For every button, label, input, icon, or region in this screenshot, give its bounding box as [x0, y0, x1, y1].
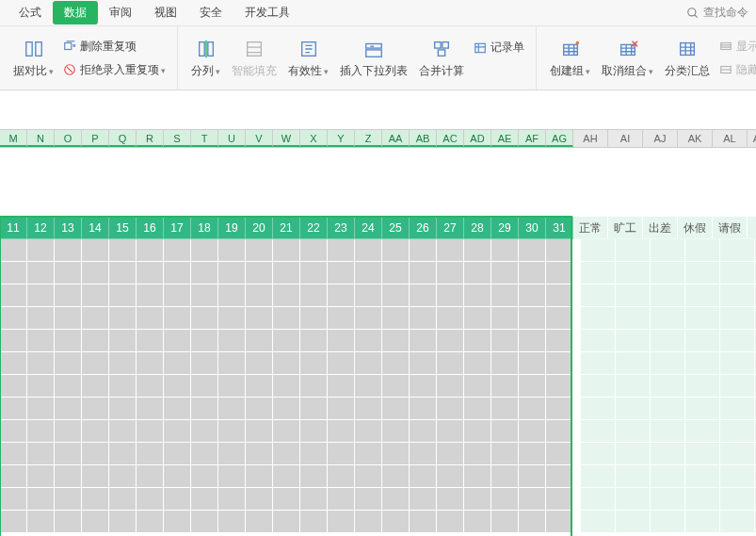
cell[interactable] [410, 284, 437, 307]
header-day-30[interactable]: 30 [519, 217, 546, 239]
cell[interactable] [651, 488, 685, 511]
cell[interactable] [218, 375, 246, 398]
cell[interactable] [328, 488, 355, 511]
col-header-AG[interactable]: AG [546, 130, 573, 147]
cell[interactable] [581, 307, 616, 330]
cell[interactable] [720, 398, 755, 420]
cell[interactable] [137, 284, 164, 307]
col-header-N[interactable]: N [27, 130, 55, 147]
cell[interactable] [616, 488, 651, 511]
cell[interactable] [109, 307, 137, 330]
cell[interactable] [109, 511, 137, 533]
cell[interactable] [218, 284, 246, 307]
cell[interactable] [437, 330, 464, 352]
cell[interactable] [720, 284, 755, 307]
header-day-21[interactable]: 21 [273, 217, 300, 239]
reject-duplicates-button[interactable]: 拒绝录入重复项 [63, 62, 166, 78]
cell[interactable] [246, 352, 273, 375]
header-day-19[interactable]: 19 [218, 217, 246, 239]
col-header-P[interactable]: P [82, 130, 109, 147]
cell[interactable] [464, 443, 491, 465]
cell[interactable] [720, 488, 755, 511]
cell[interactable] [0, 511, 27, 533]
cell[interactable] [464, 352, 491, 375]
cell[interactable] [581, 352, 616, 375]
cell[interactable] [300, 330, 328, 352]
cell[interactable] [82, 375, 109, 398]
cell[interactable] [109, 352, 137, 375]
header-day-20[interactable]: 20 [246, 217, 273, 239]
cell[interactable] [616, 239, 651, 262]
cell[interactable] [546, 488, 573, 511]
cell[interactable] [437, 443, 464, 465]
cell[interactable] [0, 262, 27, 284]
col-header-AD[interactable]: AD [464, 130, 491, 147]
cell[interactable] [137, 352, 164, 375]
col-header-AF[interactable]: AF [519, 130, 546, 147]
cell[interactable] [382, 488, 410, 511]
cell[interactable] [382, 352, 410, 375]
cell[interactable] [109, 443, 137, 465]
cell[interactable] [616, 330, 651, 352]
cell[interactable] [300, 465, 328, 488]
cell[interactable] [410, 488, 437, 511]
cell[interactable] [328, 284, 355, 307]
cell[interactable] [519, 262, 546, 284]
cell[interactable] [464, 284, 491, 307]
cell[interactable] [581, 465, 616, 488]
cell[interactable] [246, 284, 273, 307]
header-day-11[interactable]: 11 [0, 217, 27, 239]
cell[interactable] [355, 375, 382, 398]
cell[interactable] [720, 262, 755, 284]
cell[interactable] [273, 284, 300, 307]
header-day-13[interactable]: 13 [55, 217, 82, 239]
cell[interactable] [685, 284, 720, 307]
cell[interactable] [491, 420, 519, 443]
cell[interactable] [27, 398, 55, 420]
cell[interactable] [0, 239, 27, 262]
cell[interactable] [218, 488, 246, 511]
cell[interactable] [491, 330, 519, 352]
cell[interactable] [0, 420, 27, 443]
header-day-16[interactable]: 16 [137, 217, 164, 239]
cell[interactable] [109, 239, 137, 262]
cell[interactable] [273, 239, 300, 262]
cell[interactable] [246, 465, 273, 488]
cell[interactable] [437, 420, 464, 443]
cell[interactable] [651, 352, 685, 375]
menu-view[interactable]: 视图 [143, 1, 188, 24]
cell[interactable] [137, 330, 164, 352]
cell[interactable] [246, 239, 273, 262]
cell[interactable] [191, 330, 218, 352]
cell[interactable] [164, 239, 191, 262]
cell[interactable] [464, 398, 491, 420]
cell[interactable] [164, 352, 191, 375]
cell[interactable] [191, 420, 218, 443]
cell[interactable] [55, 262, 82, 284]
header-day-24[interactable]: 24 [355, 217, 382, 239]
cell[interactable] [218, 443, 246, 465]
cell[interactable] [464, 420, 491, 443]
cell[interactable] [519, 465, 546, 488]
cell[interactable] [273, 352, 300, 375]
cell[interactable] [355, 262, 382, 284]
col-header-AC[interactable]: AC [437, 130, 464, 147]
header-day-22[interactable]: 22 [300, 217, 328, 239]
cell[interactable] [581, 398, 616, 420]
cell[interactable] [546, 284, 573, 307]
cell[interactable] [616, 465, 651, 488]
split-columns-button[interactable]: 分列 [185, 26, 226, 89]
cell[interactable] [82, 465, 109, 488]
col-header-AH[interactable]: AH [573, 130, 608, 147]
col-header-U[interactable]: U [218, 130, 246, 147]
cell[interactable] [546, 352, 573, 375]
validity-button[interactable]: 有效性 [282, 26, 334, 89]
col-header-X[interactable]: X [300, 130, 328, 147]
col-header-AB[interactable]: AB [410, 130, 437, 147]
cell[interactable] [685, 488, 720, 511]
cell[interactable] [685, 443, 720, 465]
cell[interactable] [720, 239, 755, 262]
cell[interactable] [137, 262, 164, 284]
col-header-AE[interactable]: AE [491, 130, 519, 147]
cell[interactable] [328, 465, 355, 488]
